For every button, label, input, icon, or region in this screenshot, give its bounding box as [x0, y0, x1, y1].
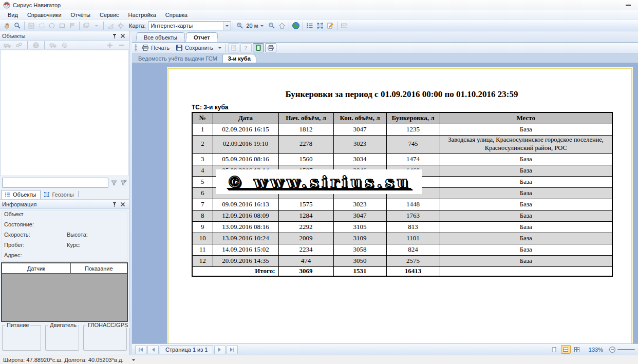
geozones-button[interactable]	[315, 21, 325, 30]
add-object-button[interactable]	[2, 41, 12, 50]
pan-hand-button[interactable]	[2, 21, 12, 30]
print-button[interactable]: Печать	[139, 43, 173, 52]
flag-icon	[69, 22, 76, 29]
edit-report-button[interactable]	[325, 21, 335, 30]
table-row: 202.09.2016 19:1022783023745Заводская ул…	[192, 135, 612, 154]
save-dropdown-button[interactable]	[216, 43, 223, 52]
zoom-in-button[interactable]	[235, 21, 245, 30]
ruler-icon	[107, 22, 114, 29]
status-dropdown-button[interactable]	[130, 357, 137, 363]
search-input[interactable]	[2, 178, 108, 188]
course-label: Курс:	[67, 242, 80, 248]
show-on-map-button[interactable]	[31, 41, 41, 50]
tab-geozones[interactable]: Геозоны	[41, 190, 78, 199]
toolbar-grip[interactable]	[135, 44, 137, 51]
layers-button[interactable]	[81, 21, 91, 30]
toolbar-separator	[225, 44, 226, 52]
gps-groupbox: ГЛОНАСС/GPS	[83, 325, 127, 351]
tab-report[interactable]: Отчет	[185, 32, 218, 42]
message-button[interactable]	[339, 21, 349, 30]
report-viewport[interactable]: Бункеровки за период с 01.09.2016 00:00 …	[132, 63, 638, 343]
geozone-icon	[44, 191, 50, 198]
printer-small-icon	[267, 44, 274, 51]
pin-panel-button[interactable]	[110, 32, 119, 40]
tab-report-label: Отчет	[194, 34, 210, 41]
flag-button[interactable]	[67, 21, 78, 30]
menu-directories[interactable]: Справочники	[23, 11, 66, 19]
next-page-button[interactable]	[214, 345, 226, 354]
reading-col-header: Показание	[71, 263, 127, 273]
minimize-button[interactable]	[622, 2, 635, 9]
tab-fuel-sheet[interactable]: Ведомость учёта выдачи ГСМ	[133, 54, 222, 63]
pin-panel-button[interactable]	[110, 201, 119, 208]
track-button[interactable]	[116, 21, 126, 30]
single-page-view-button[interactable]	[550, 345, 559, 354]
rect-zone-button[interactable]	[57, 21, 67, 30]
filter-icon[interactable]	[110, 179, 118, 186]
table-row: 1013.09.2016 10:24200931091101База	[192, 233, 612, 244]
zoom-select-button[interactable]	[12, 21, 23, 30]
polygon-edit-button[interactable]	[36, 21, 47, 30]
rect-zone-icon	[59, 22, 66, 29]
zoom-step-select[interactable]: 20 м	[245, 21, 267, 30]
page-setup-button[interactable]	[228, 43, 239, 52]
filter-clear-icon[interactable]	[120, 179, 127, 186]
gear-icon	[117, 22, 124, 29]
map-select-drop-button[interactable]	[223, 22, 231, 30]
home-view-button[interactable]	[277, 21, 287, 30]
last-page-button[interactable]	[227, 345, 238, 354]
ruler-button[interactable]	[105, 21, 116, 30]
menu-service[interactable]: Сервис	[95, 11, 124, 19]
tab-objects[interactable]: Объекты	[1, 190, 41, 199]
col-header-bunker: Бункеровка, л	[386, 112, 440, 124]
address-label: Адрес:	[4, 252, 22, 258]
truck-icon	[49, 42, 57, 49]
map-select[interactable]: Интернет-карты	[148, 21, 231, 30]
menu-reports[interactable]: Отчёты	[66, 11, 95, 19]
fit-width-view-button[interactable]	[561, 345, 571, 354]
sensor-table-header: Датчик Показание	[2, 263, 127, 274]
tab-3i-kuba[interactable]: 3-и куба	[222, 54, 256, 63]
toolbar-separator	[27, 41, 28, 49]
layers-caret-button[interactable]	[91, 21, 102, 30]
engine-group-label: Двигатель	[48, 322, 78, 328]
col-header-date: Дата	[213, 112, 278, 124]
window-title: Сириус Навигатор	[13, 2, 61, 8]
selection-icon	[316, 22, 324, 29]
link-objects-button[interactable]	[14, 41, 24, 50]
table-row: 1220.09.2016 14:3547430502575База	[192, 255, 612, 266]
close-panel-button[interactable]	[119, 201, 127, 208]
first-page-button[interactable]	[135, 345, 146, 354]
objects-list-button[interactable]	[305, 21, 315, 30]
prev-page-button[interactable]	[147, 345, 159, 354]
last-page-icon	[229, 347, 235, 353]
close-panel-button[interactable]	[119, 32, 127, 40]
zoom-slider[interactable]	[617, 349, 635, 350]
indicator-groups: Питание Двигатель ГЛОНАСС/GPS	[0, 322, 129, 355]
menu-bar: Вид Справочники Отчёты Сервис Настройка …	[0, 10, 638, 20]
tab-all-objects[interactable]: Все объекты	[136, 32, 185, 42]
toolbar-separator	[337, 22, 337, 30]
chevron-down-icon	[130, 357, 137, 363]
menu-view[interactable]: Вид	[3, 11, 23, 19]
gps-group-label: ГЛОНАСС/GPS	[86, 322, 129, 328]
zoom-out-button[interactable]	[267, 21, 277, 30]
menu-help[interactable]: Справка	[161, 11, 192, 19]
zoom-out-slider-button[interactable]	[609, 346, 616, 353]
follow-object-button[interactable]	[60, 41, 70, 50]
track-vehicle-button[interactable]	[48, 41, 58, 50]
multi-page-view-button[interactable]	[572, 345, 582, 354]
chevron-down-icon	[93, 23, 100, 29]
book-view-button[interactable]	[253, 43, 264, 52]
collapse-all-button[interactable]	[117, 41, 127, 50]
objects-list[interactable]	[1, 50, 128, 176]
map-frame-button[interactable]	[26, 21, 36, 30]
save-button[interactable]: Сохранить	[173, 43, 216, 52]
circle-zone-button[interactable]	[47, 21, 57, 30]
plus-icon	[106, 42, 114, 49]
print-layout-button[interactable]	[265, 43, 276, 52]
help-button[interactable]: ?	[240, 43, 252, 52]
expand-all-button[interactable]	[105, 41, 115, 50]
globe-button[interactable]	[291, 21, 301, 30]
menu-settings[interactable]: Настройка	[124, 11, 161, 19]
